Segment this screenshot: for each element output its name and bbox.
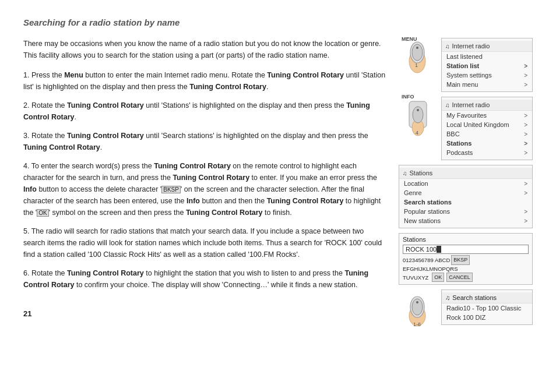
step-4: 4. To enter the search word(s) press the… bbox=[23, 160, 387, 218]
info-label: INFO bbox=[402, 94, 414, 100]
step-6: 6. Rotate the Tuning Control Rotary to h… bbox=[23, 267, 387, 291]
panel5-header-text: Search stations bbox=[452, 294, 497, 301]
cancel-button[interactable]: CANCEL bbox=[446, 273, 473, 282]
panel2-row2-label: BBC bbox=[446, 130, 460, 137]
music-icon-2: ♫ bbox=[445, 102, 450, 108]
kb-row-1: EFGHIJKLMNOPQRS bbox=[403, 265, 529, 273]
menu-label: MENU bbox=[402, 36, 417, 42]
panel3-header: ♫ Stations bbox=[399, 168, 532, 179]
step-5: 5. The radio will search for radio stati… bbox=[23, 225, 387, 260]
panel2-row4-label: Podcasts bbox=[446, 149, 473, 156]
panel1-row3-label: Main menu bbox=[446, 81, 478, 88]
panel1-row-1: Station list > bbox=[442, 61, 532, 70]
panel2-header-text: Internet radio bbox=[452, 101, 490, 108]
panel2-row-1: Local United Kingdom > bbox=[442, 120, 532, 129]
svg-point-13 bbox=[416, 301, 418, 303]
panel4-title: Stations bbox=[403, 236, 529, 243]
panel1-header-text: Internet radio bbox=[452, 43, 490, 50]
panel2-row0-label: My Favourites bbox=[446, 112, 487, 119]
panel3-row4-label: New stations bbox=[404, 217, 441, 224]
panel3-row2-label: Search stations bbox=[404, 199, 452, 206]
panel3-row-0: Location > bbox=[399, 179, 532, 188]
panel2-row-4: Podcasts > bbox=[442, 148, 532, 157]
music-icon-1: ♫ bbox=[445, 43, 450, 50]
page-title: Searching for a radio station by name bbox=[23, 17, 533, 27]
panel3-row-1: Genre > bbox=[399, 188, 532, 197]
step-3: 3. Rotate the Tuning Control Rotary unti… bbox=[23, 130, 387, 153]
panel3-row-4: New stations > bbox=[399, 216, 532, 225]
music-icon-5: ♫ bbox=[445, 294, 450, 301]
panel3-row-3: Popular stations > bbox=[399, 207, 532, 216]
page-number: 21 bbox=[23, 308, 387, 320]
panel1-row-2: System settings > bbox=[442, 70, 532, 80]
search-result-1: Rock 100 DIZ bbox=[442, 313, 532, 322]
svg-text:1: 1 bbox=[415, 62, 418, 68]
panel4-input-value: ROCK 100 bbox=[406, 246, 437, 253]
step-1: 1. Press the Menu button to enter the ma… bbox=[23, 69, 387, 93]
device-panel-1: MENU 1 ♫ Internet radio Last liste bbox=[399, 38, 533, 92]
step-2: 2. Rotate the Tuning Control Rotary unti… bbox=[23, 100, 387, 123]
svg-text:1-6: 1-6 bbox=[413, 322, 421, 327]
panel2-row3-label: Stations bbox=[446, 140, 471, 147]
svg-point-8 bbox=[417, 109, 419, 111]
bksp-button[interactable]: BKSP bbox=[451, 255, 470, 265]
panel2-row-3: Stations > bbox=[442, 139, 532, 148]
panel5-header: ♫ Search stations bbox=[442, 292, 532, 303]
device-knob-1: MENU 1 bbox=[399, 38, 437, 76]
panel-2: ♫ Internet radio My Favourites > Local U… bbox=[441, 97, 533, 160]
panel3-row0-label: Location bbox=[404, 180, 428, 187]
panel2-row-0: My Favourites > bbox=[442, 111, 532, 120]
kb-row-0: 0123456789 ABCD BKSP bbox=[403, 255, 529, 265]
device-knob-4: INFO 4 bbox=[399, 97, 437, 135]
svg-text:4: 4 bbox=[416, 130, 418, 136]
right-content: MENU 1 ♫ Internet radio Last liste bbox=[399, 38, 533, 327]
cursor-indicator bbox=[437, 246, 441, 253]
panel4-keyboard-rows: 0123456789 ABCD BKSP EFGHIJKLMNOPQRS TUV… bbox=[403, 255, 529, 282]
intro-paragraph: There may be occasions when you know the… bbox=[23, 38, 387, 61]
panel3-row1-label: Genre bbox=[404, 189, 422, 196]
music-icon-3: ♫ bbox=[403, 170, 407, 176]
panel-5: ♫ Search stations Radio10 - Top 100 Clas… bbox=[441, 289, 533, 325]
steps-list: 1. Press the Menu button to enter the ma… bbox=[23, 69, 387, 291]
panel1-row-0: Last listened bbox=[442, 52, 532, 61]
panel3-header-text: Stations bbox=[410, 169, 433, 176]
panel3-row3-label: Popular stations bbox=[404, 208, 450, 215]
panel-4-keyboard: Stations ROCK 100 0123456789 ABCD BKSP E… bbox=[399, 233, 533, 285]
panel2-header: ♫ Internet radio bbox=[442, 100, 532, 111]
panel2-row1-label: Local United Kingdom bbox=[446, 121, 509, 128]
device-panel-2: INFO 4 ♫ Internet radio My Favouri bbox=[399, 97, 533, 160]
panel1-header: ♫ Internet radio bbox=[442, 41, 532, 52]
panel-3: ♫ Stations Location > Genre > Search sta… bbox=[399, 165, 533, 228]
left-content: There may be occasions when you know the… bbox=[23, 38, 387, 327]
ok-button[interactable]: OK bbox=[432, 273, 444, 282]
panel-1: ♫ Internet radio Last listened Station l… bbox=[441, 38, 533, 92]
search-result-0: Radio10 - Top 100 Classic bbox=[442, 303, 532, 313]
kb-row-2: TUVUXYZ OK CANCEL bbox=[403, 273, 529, 282]
device-panel-5: 1-6 ♫ Search stations Radio10 - Top 100 … bbox=[399, 289, 533, 327]
panel4-input[interactable]: ROCK 100 bbox=[403, 245, 529, 254]
panel1-row2-label: System settings bbox=[446, 72, 492, 79]
panel2-row-2: BBC > bbox=[442, 129, 532, 139]
device-knob-16: 1-6 bbox=[399, 289, 437, 327]
panel1-row-3: Main menu > bbox=[442, 80, 532, 89]
panel1-row1-label: Station list bbox=[446, 62, 479, 69]
panel1-row0-label: Last listened bbox=[446, 53, 483, 60]
svg-point-3 bbox=[416, 47, 418, 49]
panel3-row-2: Search stations bbox=[399, 197, 532, 207]
